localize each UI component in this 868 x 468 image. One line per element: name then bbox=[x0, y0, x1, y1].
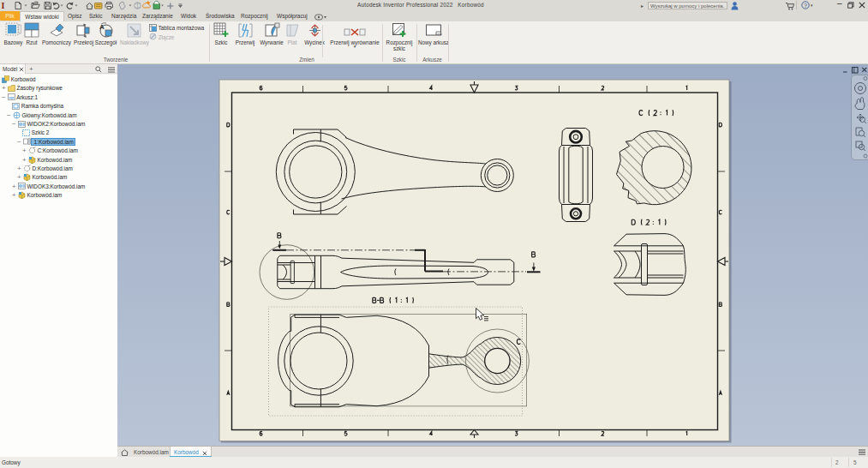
svg-text:arkusz: arkusz bbox=[436, 33, 442, 36]
svg-text:A: A bbox=[99, 23, 105, 31]
svg-text:I: I bbox=[2, 1, 5, 10]
svg-text:?: ? bbox=[804, 3, 807, 9]
